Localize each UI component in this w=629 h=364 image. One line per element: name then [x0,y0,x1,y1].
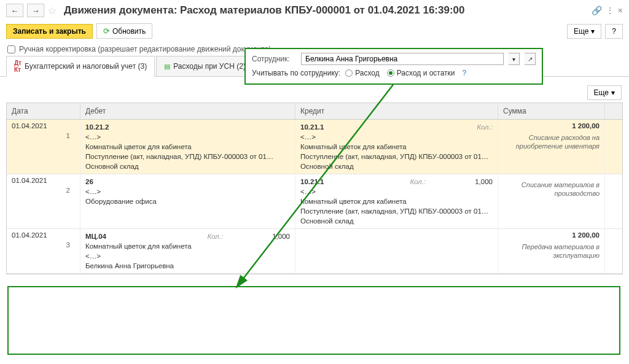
nav-forward-button[interactable]: → [27,4,44,17]
open-button[interactable]: ↗ [525,53,536,65]
save-close-button[interactable]: Записать и закрыть [6,24,93,39]
more-button[interactable]: Еще ▾ [567,24,601,39]
manual-edit-checkbox[interactable] [7,45,15,53]
radio-expense[interactable]: Расход [345,69,380,77]
grid-row[interactable]: 01.04.2021 3 МЦ.041,000Кол.: Комнатный ц… [7,229,622,274]
document-icon: ▤ [164,63,170,71]
tab-accounting[interactable]: ДтКт Бухгалтерский и налоговый учет (3) [6,56,155,77]
dropdown-button[interactable]: ▾ [509,53,520,65]
tab-usn[interactable]: ▤ Расходы при УСН (2) [156,56,254,76]
window-title: Движения документа: Расход материалов КП… [64,4,588,17]
star-icon[interactable]: ☆ [48,5,57,17]
employee-label: Сотрудник: [252,55,296,63]
account-label: Учитывать по сотруднику: [252,69,340,77]
radio-expense-balance[interactable]: Расход и остатки [387,69,455,77]
close-icon[interactable]: × [618,6,623,15]
link-icon[interactable]: 🔗 [592,6,602,15]
radio-icon [345,69,353,77]
grid-row[interactable]: 01.04.2021 2 26 <…> Оборудование офиса 1… [7,174,622,229]
refresh-icon: ⟳ [103,26,110,36]
kebab-icon[interactable]: ⋮ [606,6,614,15]
header-credit[interactable]: Кредит [295,103,498,119]
employee-input[interactable] [301,53,504,65]
nav-back-button[interactable]: ← [6,4,23,17]
refresh-button[interactable]: ⟳ Обновить [96,23,152,39]
manual-edit-label: Ручная корректировка (разрешает редактир… [19,45,271,53]
grid-row[interactable]: 01.04.2021 1 10.21.2 <…> Комнатный цвето… [7,120,622,174]
header-sum[interactable]: Сумма [498,103,605,119]
radio-icon [387,69,394,77]
grid-more-button[interactable]: Еще ▾ [587,85,622,100]
dt-kt-icon: ДтКт [14,60,21,73]
movements-grid: Дата Дебет Кредит Сумма 01.04.2021 1 10.… [6,103,623,274]
filter-panel: Сотрудник: ▾ ↗ Учитывать по сотруднику: … [244,48,543,85]
help-button[interactable]: ? [605,24,623,39]
highlight-annotation [7,286,620,355]
header-debit[interactable]: Дебет [80,103,295,119]
header-date[interactable]: Дата [7,103,80,119]
filter-help[interactable]: ? [463,69,467,77]
